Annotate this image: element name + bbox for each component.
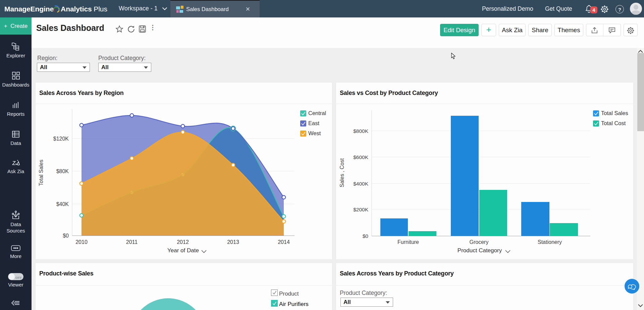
svg-text:$120K: $120K	[53, 136, 69, 142]
svg-text:$400K: $400K	[353, 181, 368, 187]
svg-text:$0: $0	[363, 233, 369, 239]
svg-text:Furniture: Furniture	[397, 239, 419, 245]
svg-text:2010: 2010	[75, 239, 88, 245]
svg-text:$800K: $800K	[353, 128, 368, 134]
svg-text:Year of Date: Year of Date	[167, 247, 199, 254]
svg-text:2013: 2013	[227, 239, 239, 245]
svg-text:2014: 2014	[278, 239, 290, 245]
svg-text:$600K: $600K	[353, 154, 368, 160]
svg-text:Product Category: Product Category	[458, 247, 502, 254]
svg-text:$0: $0	[63, 233, 69, 239]
svg-text:East: East	[308, 120, 319, 126]
svg-text:$80K: $80K	[56, 168, 69, 174]
svg-text:Sales , Cost: Sales , Cost	[339, 158, 345, 187]
svg-text:West: West	[308, 130, 321, 136]
svg-text:Total Sales: Total Sales	[38, 160, 44, 186]
svg-text:Stationery: Stationery	[538, 239, 562, 245]
svg-text:Total Cost: Total Cost	[601, 120, 626, 126]
svg-text:Total Sales: Total Sales	[601, 110, 628, 116]
svg-text:2012: 2012	[177, 239, 189, 245]
svg-text:$40K: $40K	[56, 201, 69, 207]
svg-text:2011: 2011	[126, 239, 138, 245]
svg-text:$200K: $200K	[353, 207, 368, 212]
svg-text:Central: Central	[308, 110, 326, 116]
svg-text:Grocery: Grocery	[470, 239, 489, 245]
